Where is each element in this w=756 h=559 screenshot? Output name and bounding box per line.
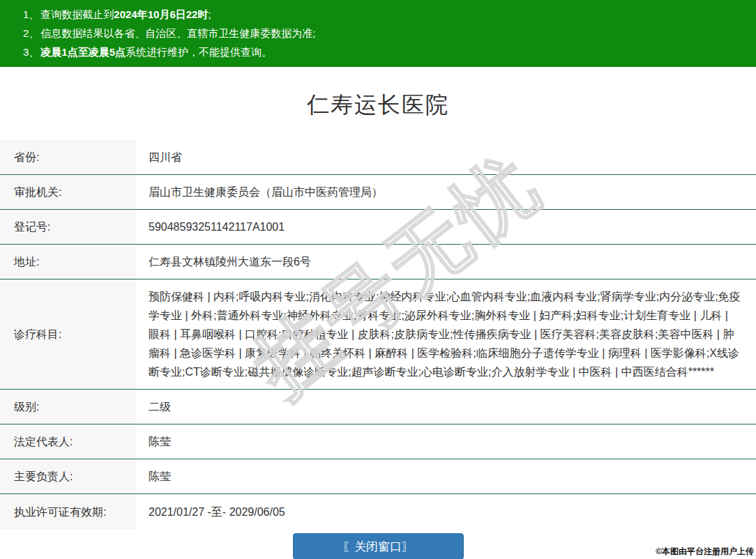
table-row: 级别:二级 [0, 390, 756, 424]
row-value-text: 二级 [149, 397, 742, 416]
table-row: 执业许可证有效期:2021/01/27 -至- 2029/06/05 [0, 494, 756, 529]
row-label: 审批机关: [0, 175, 136, 209]
button-row: 〖关闭窗口〗 [0, 533, 756, 559]
notice-number: 2、 [23, 24, 39, 43]
notice-text: 系统进行维护，不能提供查询。 [126, 46, 272, 58]
row-label: 执业许可证有效期: [0, 494, 136, 529]
row-value: 眉山市卫生健康委员会（眉山市中医药管理局） [136, 175, 756, 209]
notice-highlight: 2024年10月6日22时 [114, 8, 208, 20]
row-value-text: 陈莹 [149, 467, 742, 486]
notice-text: 查询数据截止到 [40, 8, 114, 20]
row-label: 省份: [0, 140, 136, 174]
row-value-text: 仁寿县文林镇陵州大道东一段6号 [149, 252, 742, 271]
row-value: 陈莹 [136, 459, 756, 493]
row-value: 仁寿县文林镇陵州大道东一段6号 [136, 245, 756, 279]
row-value: 二级 [136, 390, 756, 424]
notice-item: 2、信息数据结果以各省、自治区、直辖市卫生健康委数据为准; [23, 24, 749, 43]
table-row: 诊疗科目:预防保健科 | 内科;呼吸内科专业;消化内科专业;神经内科专业;心血管… [0, 280, 756, 390]
notice-text: ; [208, 8, 211, 20]
info-table: 省份:四川省审批机关:眉山市卫生健康委员会（眉山市中医药管理局）登记号:5904… [0, 140, 756, 529]
hospital-title: 仁寿运长医院 [0, 67, 756, 140]
credit-text: ©本图由平台注册用户上传 [656, 546, 754, 558]
notice-item: 1、查询数据截止到2024年10月6日22时; [23, 5, 749, 24]
row-value-text: 陈莹 [149, 432, 742, 451]
notice-item: 3、凌晨1点至凌晨5点系统进行维护，不能提供查询。 [23, 43, 749, 61]
row-value: 预防保健科 | 内科;呼吸内科专业;消化内科专业;神经内科专业;心血管内科专业;… [136, 280, 756, 389]
row-value-text: 四川省 [149, 148, 742, 167]
row-value: 59048593251142117A1001 [136, 210, 756, 244]
row-label: 级别: [0, 390, 136, 424]
table-row: 主要负责人:陈莹 [0, 459, 756, 494]
row-label: 地址: [0, 245, 136, 279]
row-value-text: 2021/01/27 -至- 2029/06/05 [149, 503, 742, 521]
notice-number: 3、 [23, 43, 39, 61]
row-value-text: 眉山市卫生健康委员会（眉山市中医药管理局） [149, 183, 742, 201]
row-label: 主要负责人: [0, 459, 136, 493]
row-value-text: 预防保健科 | 内科;呼吸内科专业;消化内科专业;神经内科专业;心血管内科专业;… [149, 287, 742, 381]
row-label: 诊疗科目: [0, 280, 136, 389]
table-row: 登记号:59048593251142117A1001 [0, 210, 756, 245]
table-row: 审批机关:眉山市卫生健康委员会（眉山市中医药管理局） [0, 175, 756, 210]
notice-bar: 1、查询数据截止到2024年10月6日22时;2、信息数据结果以各省、自治区、直… [0, 0, 756, 67]
table-row: 省份:四川省 [0, 140, 756, 175]
table-row: 法定代表人:陈莹 [0, 424, 756, 459]
close-window-button[interactable]: 〖关闭窗口〗 [293, 533, 464, 559]
row-value: 陈莹 [136, 424, 756, 459]
row-value: 2021/01/27 -至- 2029/06/05 [136, 494, 756, 529]
notice-highlight: 凌晨1点至凌晨5点 [40, 46, 126, 58]
notice-number: 1、 [23, 5, 39, 24]
query-result-page: 1、查询数据截止到2024年10月6日22时;2、信息数据结果以各省、自治区、直… [0, 0, 756, 559]
row-value-text: 59048593251142117A1001 [149, 217, 742, 236]
row-label: 法定代表人: [0, 424, 136, 459]
row-label: 登记号: [0, 210, 136, 244]
table-row: 地址:仁寿县文林镇陵州大道东一段6号 [0, 245, 756, 280]
notice-text: 信息数据结果以各省、自治区、直辖市卫生健康委数据为准; [40, 27, 315, 39]
row-value: 四川省 [136, 140, 756, 174]
